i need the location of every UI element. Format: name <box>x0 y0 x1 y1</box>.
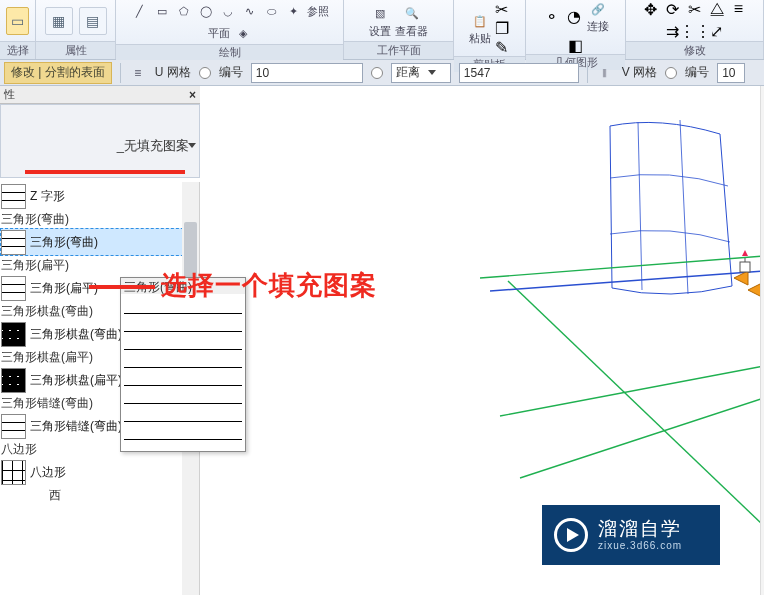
u-number-input[interactable] <box>251 63 363 83</box>
watermark-name: 溜溜自学 <box>598 519 682 540</box>
u-number-label: 编号 <box>219 64 243 81</box>
list-item[interactable]: 八边形 <box>0 458 199 486</box>
connect-icon: 🔗 <box>589 0 607 18</box>
properties-button-1[interactable]: ▦ <box>45 7 73 35</box>
draw-tool[interactable]: ⬭ <box>263 2 281 20</box>
ellipse-icon: ⬭ <box>263 2 281 20</box>
ribbon: ▭ 选择 ▦ ▤ 属性 ╱ ▭ ⬠ ◯ ◡ ∿ ⬭ ✦ 参照 平面 ◈ 绘制 <box>0 0 764 60</box>
pattern-thumbnail <box>1 368 26 393</box>
v-number-label: 编号 <box>685 64 709 81</box>
ribbon-group-clipboard: 📋 粘贴 ✂ ❐ ✎ 剪贴板 <box>454 0 526 59</box>
geom-icon[interactable]: ◧ <box>567 36 585 54</box>
list-item-label: 三角形(扁平) <box>30 280 98 297</box>
draw-tool[interactable]: ✦ <box>285 2 303 20</box>
tile-icon: ▤ <box>84 12 102 30</box>
u-grid-icon: ≡ <box>129 64 147 82</box>
list-item-label: 三角形棋盘(弯曲) <box>30 326 122 343</box>
ribbon-group-label: 修改 <box>626 41 763 59</box>
pattern-thumbnail <box>1 414 26 439</box>
annotation-underline <box>25 170 185 174</box>
settings-button[interactable]: ▧ 设置 <box>369 5 391 37</box>
ribbon-group-select: ▭ 选择 <box>0 0 36 59</box>
pattern-thumbnail <box>1 230 26 255</box>
join-icon[interactable]: ⚬ <box>543 7 561 25</box>
array-icon[interactable]: ⋮⋮ <box>686 23 704 41</box>
pattern-thumbnail <box>1 184 26 209</box>
list-item-label: Z 字形 <box>30 188 65 205</box>
cut-icon[interactable]: ✂ <box>493 0 511 18</box>
pattern-thumbnail <box>1 276 26 301</box>
ref-label: 参照 <box>307 4 329 19</box>
arc-icon: ◡ <box>219 2 237 20</box>
ribbon-group-label: 绘制 <box>116 44 343 60</box>
draw-tool[interactable]: ◡ <box>219 2 237 20</box>
svg-rect-5 <box>740 262 750 272</box>
watermark: 溜溜自学 zixue.3d66.com <box>542 505 720 565</box>
ribbon-group-label: 工作平面 <box>344 41 453 59</box>
reference-tool[interactable]: 参照 <box>307 4 329 19</box>
context-tab[interactable]: 修改 | 分割的表面 <box>4 62 112 84</box>
distance-input[interactable] <box>459 63 579 83</box>
cursor-icon: ▭ <box>9 12 27 30</box>
properties-header: 性 × <box>0 86 200 104</box>
properties-button-2[interactable]: ▤ <box>79 7 107 35</box>
rect-icon: ▭ <box>153 2 171 20</box>
connect-button[interactable]: 🔗 连接 <box>587 0 609 32</box>
circle-icon: ◯ <box>197 2 215 20</box>
svg-line-3 <box>508 281 764 526</box>
ribbon-group-geometry: ⚬ ◔ 🔗 连接 ◧ 几何图形 <box>526 0 626 59</box>
v-grid-icon: ⦀ <box>596 64 614 82</box>
paste-button[interactable]: 📋 粘贴 <box>469 12 491 44</box>
distance-label: 距离 <box>396 64 420 81</box>
v-number-radio[interactable] <box>665 67 677 79</box>
select-tool-button[interactable]: ▭ <box>6 7 29 35</box>
cut-geom-icon[interactable]: ◔ <box>565 7 583 25</box>
pattern-preview-popup: 三角形(弯曲) <box>120 277 246 452</box>
distance-select[interactable]: 距离 <box>391 63 451 83</box>
chevron-down-icon <box>428 70 436 75</box>
plane-tool[interactable]: 平面 <box>208 26 230 41</box>
separator <box>120 63 121 83</box>
viewer-icon: 🔍 <box>403 5 421 23</box>
draw-tool[interactable]: ╱ <box>131 2 149 20</box>
list-item[interactable]: Z 字形 <box>0 182 199 210</box>
match-icon[interactable]: ✎ <box>493 38 511 56</box>
viewport-scrollbar[interactable] <box>760 86 764 595</box>
u-grid-label: U 网格 <box>155 64 191 81</box>
ribbon-group-label: 属性 <box>36 41 115 59</box>
draw-tool[interactable]: ◈ <box>234 24 252 42</box>
watermark-domain: zixue.3d66.com <box>598 540 682 551</box>
draw-tool[interactable]: ▭ <box>153 2 171 20</box>
mirror-icon[interactable]: ⧋ <box>708 0 726 18</box>
pattern-thumbnail <box>1 322 26 347</box>
poly-icon: ⬠ <box>175 2 193 20</box>
draw-tool[interactable]: ◯ <box>197 2 215 20</box>
svg-line-1 <box>500 366 764 416</box>
annotation-text: 选择一个填充图案 <box>89 268 377 303</box>
list-item[interactable]: 三角形(弯曲) <box>0 228 199 256</box>
copy-icon[interactable]: ❐ <box>493 19 511 37</box>
u-distance-radio[interactable] <box>371 67 383 79</box>
list-item-label: 三角形错缝(弯曲) <box>30 418 122 435</box>
list-group-header[interactable]: 三角形(弯曲) <box>0 210 199 228</box>
list-item-label: 三角形(弯曲) <box>30 234 98 251</box>
draw-tool[interactable]: ∿ <box>241 2 259 20</box>
v-number-input[interactable] <box>717 63 745 83</box>
ribbon-group-workplane: ▧ 设置 🔍 查看器 工作平面 <box>344 0 454 59</box>
rotate-icon[interactable]: ⟳ <box>664 0 682 18</box>
list-item-label: 八边形 <box>30 464 66 481</box>
clipboard-icon: 📋 <box>471 12 489 30</box>
draw-tool[interactable]: ⬠ <box>175 2 193 20</box>
type-selector[interactable]: _无填充图案 <box>0 104 200 178</box>
point-icon: ✦ <box>285 2 303 20</box>
viewer-button[interactable]: 🔍 查看器 <box>395 5 428 37</box>
list-sub-item[interactable]: 西 <box>0 486 199 504</box>
close-icon[interactable]: × <box>189 88 196 102</box>
scale-icon[interactable]: ⤢ <box>708 23 726 41</box>
align-icon[interactable]: ≡ <box>730 0 748 18</box>
line-icon: ╱ <box>131 2 149 20</box>
trim-icon[interactable]: ✂ <box>686 0 704 18</box>
ribbon-group-label: 选择 <box>0 41 35 59</box>
u-number-radio[interactable] <box>199 67 211 79</box>
move-icon[interactable]: ✥ <box>642 0 660 18</box>
